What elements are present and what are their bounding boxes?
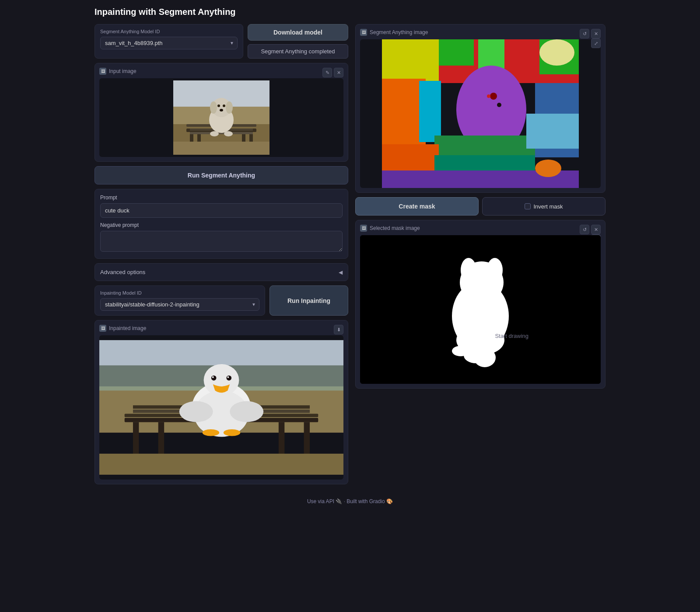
inpainted-image-panel: 🖼 Inpainted image ⬇ xyxy=(94,320,348,484)
svg-point-43 xyxy=(224,429,240,436)
clear-image-button[interactable]: ✕ xyxy=(334,68,343,77)
refresh-mask-button[interactable]: ↺ xyxy=(580,225,589,234)
svg-rect-46 xyxy=(382,39,439,83)
svg-rect-69 xyxy=(464,279,499,296)
svg-point-15 xyxy=(217,104,220,107)
svg-point-14 xyxy=(226,101,233,114)
svg-point-41 xyxy=(230,401,263,422)
svg-point-13 xyxy=(210,101,217,114)
segment-image-label: Segment Anything image xyxy=(370,29,428,35)
close-mask-button[interactable]: ✕ xyxy=(591,225,601,234)
download-model-button[interactable]: Download model xyxy=(248,24,348,41)
svg-rect-58 xyxy=(382,144,439,175)
input-image-label: Input image xyxy=(109,68,136,74)
svg-point-73 xyxy=(452,346,469,356)
image-panel-icon: 🖼 xyxy=(99,68,106,75)
svg-rect-29 xyxy=(158,422,164,456)
segment-anything-panel: 🖼 Segment Anything image ↺ ✕ ⤢ xyxy=(355,24,606,193)
invert-mask-label: Invert mask xyxy=(533,203,563,210)
svg-point-19 xyxy=(224,131,233,136)
download-inpainted-button[interactable]: ⬇ xyxy=(334,325,343,334)
advanced-options-label: Advanced options xyxy=(100,269,145,275)
mask-shape xyxy=(360,235,601,384)
svg-point-36 xyxy=(211,376,217,381)
prompt-section: Prompt Negative prompt xyxy=(94,189,348,259)
collapse-icon: ◀ xyxy=(339,269,343,275)
svg-point-16 xyxy=(223,104,225,107)
mask-panel-icon: 🖼 xyxy=(360,225,367,232)
svg-point-67 xyxy=(461,258,476,282)
negative-prompt-input[interactable] xyxy=(100,231,343,252)
svg-rect-30 xyxy=(279,422,284,456)
svg-point-17 xyxy=(220,109,223,111)
svg-rect-63 xyxy=(526,114,579,149)
advanced-options-toggle[interactable]: Advanced options ◀ xyxy=(94,263,348,281)
svg-point-68 xyxy=(487,258,503,282)
inpainted-image-area xyxy=(99,335,343,480)
prompt-label: Prompt xyxy=(100,195,343,201)
create-mask-button[interactable]: Create mask xyxy=(355,197,479,216)
close-segment-button[interactable]: ✕ xyxy=(591,29,601,38)
segment-colormap xyxy=(360,39,601,188)
edit-image-button[interactable]: ✎ xyxy=(322,68,332,77)
status-text: Segment Anything completed xyxy=(248,44,348,59)
mask-canvas[interactable]: Start drawing xyxy=(360,235,601,384)
svg-point-38 xyxy=(212,376,214,378)
inpainting-model-label: Inpainting Model ID xyxy=(100,290,259,296)
duck-image xyxy=(99,337,343,477)
svg-rect-47 xyxy=(439,39,474,66)
svg-point-39 xyxy=(227,376,229,378)
selected-mask-label: Selected mask image xyxy=(370,225,420,231)
svg-point-64 xyxy=(487,94,490,98)
svg-rect-53 xyxy=(419,81,441,142)
svg-rect-48 xyxy=(478,39,504,70)
api-link[interactable]: Use via API xyxy=(307,498,334,504)
negative-prompt-label: Negative prompt xyxy=(100,222,343,228)
expand-segment-button[interactable]: ⤢ xyxy=(591,38,601,48)
svg-point-72 xyxy=(474,348,496,367)
dog-image xyxy=(173,80,270,155)
input-image-panel: 🖼 Input image ✎ ✕ xyxy=(94,63,348,162)
svg-point-51 xyxy=(539,39,574,66)
svg-point-61 xyxy=(535,160,561,177)
svg-point-42 xyxy=(203,429,219,436)
svg-rect-28 xyxy=(304,422,310,456)
model-selector-label: Segment Anything Model ID xyxy=(100,29,238,34)
svg-point-37 xyxy=(227,376,232,381)
svg-point-18 xyxy=(210,131,219,136)
segment-image-area[interactable] xyxy=(360,39,601,188)
footer: Use via API 🔌 · Built with Gradio 🎨 xyxy=(94,493,606,510)
svg-point-55 xyxy=(490,93,497,100)
invert-checkbox[interactable] xyxy=(525,203,531,209)
prompt-input[interactable] xyxy=(100,203,343,218)
inpainted-panel-icon: 🖼 xyxy=(99,325,106,332)
refresh-segment-button[interactable]: ↺ xyxy=(580,29,589,38)
invert-mask-button[interactable]: Invert mask xyxy=(482,197,606,216)
inpainted-image-label: Inpainted image xyxy=(109,325,146,331)
mask-buttons-row: Create mask Invert mask xyxy=(355,197,606,216)
segment-panel-icon: 🖼 xyxy=(360,29,367,36)
inpainting-model-dropdown[interactable]: stabilityai/stable-diffusion-2-inpaintin… xyxy=(100,298,259,311)
run-inpainting-button[interactable]: Run Inpainting xyxy=(270,285,348,316)
svg-point-56 xyxy=(497,103,501,107)
input-image-area xyxy=(99,78,343,157)
svg-rect-44 xyxy=(99,454,343,475)
selected-mask-panel: 🖼 Selected mask image ↺ ✕ ⤢ xyxy=(355,220,606,389)
run-segment-anything-button[interactable]: Run Segment Anything xyxy=(94,166,348,184)
built-with: Built with Gradio xyxy=(346,498,385,504)
model-selector-dropdown[interactable]: sam_vit_h_4b8939.pth sam_vit_l sam_vit_b xyxy=(100,37,238,49)
svg-rect-27 xyxy=(133,422,139,456)
page-title: Inpainting with Segment Anything xyxy=(94,7,606,17)
start-drawing-text: Start drawing xyxy=(495,333,528,339)
svg-rect-20 xyxy=(173,142,270,155)
svg-point-40 xyxy=(179,401,213,422)
